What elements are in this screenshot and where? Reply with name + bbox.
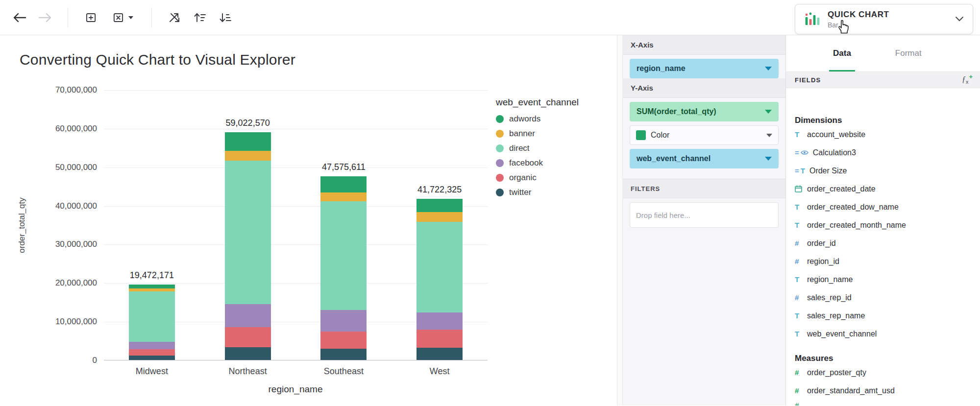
bar-segment-organic-southeast[interactable] <box>320 332 367 349</box>
swap-axes-button[interactable] <box>162 5 187 30</box>
dropdown-caret-icon[interactable] <box>765 157 772 161</box>
bar-segment-banner-midwest[interactable] <box>129 288 175 291</box>
toolbar: QUICK CHART Bar <box>0 0 980 35</box>
field-item-sales_rep_name[interactable]: Tsales_rep_name <box>795 307 980 325</box>
field-item-order_created_month_name[interactable]: Torder_created_month_name <box>795 216 980 234</box>
bar-segment-direct-northeast[interactable] <box>225 161 271 304</box>
bar-segment-twitter-west[interactable] <box>416 348 463 360</box>
bar-total-label: 59,022,570 <box>226 118 270 128</box>
field-item-sales_rep_id[interactable]: #sales_rep_id <box>795 288 980 307</box>
x-axis-field-pill[interactable]: region_name <box>630 59 779 78</box>
bar-segment-facebook-northeast[interactable] <box>225 304 271 327</box>
x-axis-tick-label: Northeast <box>229 366 267 377</box>
bar-segment-adwords-midwest[interactable] <box>129 285 175 288</box>
y-axis-tick-label: 70,000,000 <box>55 85 97 95</box>
bar-segment-banner-southeast[interactable] <box>320 192 367 201</box>
x-axis-title: region_name <box>269 384 323 395</box>
field-item-account_website[interactable]: Taccount_website <box>795 125 980 143</box>
vertical-scrollbar[interactable] <box>617 35 623 406</box>
y-axis-section-header: Y-Axis <box>623 78 785 98</box>
tab-format[interactable]: Format <box>894 35 923 72</box>
y-axis-field-pill[interactable]: SUM(order_total_qty) <box>630 102 779 121</box>
y-axis-field-label: SUM(order_total_qty) <box>637 107 716 116</box>
legend-item-facebook[interactable]: facebook <box>496 156 579 170</box>
chart-type-label: QUICK CHART <box>828 10 889 20</box>
chart-type-selector[interactable]: QUICK CHART Bar <box>795 4 973 34</box>
swap-axes-icon <box>168 11 181 24</box>
filter-drop-zone[interactable]: Drop field here... <box>630 202 779 228</box>
field-item-order_created_dow_name[interactable]: Torder_created_dow_name <box>795 198 980 216</box>
x-axis-field-label: region_name <box>637 64 686 73</box>
add-calculation-icon[interactable]: ƒx+ <box>962 75 972 85</box>
dropdown-caret-icon[interactable] <box>765 110 772 114</box>
field-item-web_event_channel[interactable]: Tweb_event_channel <box>795 325 980 343</box>
x-axis-tick-label: Midwest <box>136 366 168 377</box>
number-field-icon: # <box>795 239 803 247</box>
field-item-Order Size[interactable]: =TOrder Size <box>795 162 980 180</box>
dropdown-caret-icon[interactable] <box>765 67 772 71</box>
legend-item-adwords[interactable]: adwords <box>496 112 579 126</box>
bar-segment-organic-northeast[interactable] <box>225 327 271 347</box>
bar-segment-adwords-southeast[interactable] <box>320 176 367 192</box>
bar-segment-facebook-southeast[interactable] <box>320 310 367 332</box>
legend-item-twitter[interactable]: twitter <box>496 185 579 200</box>
field-item[interactable]: # <box>795 396 980 406</box>
add-chart-button[interactable] <box>78 5 103 30</box>
sort-ascending-button[interactable] <box>187 5 213 30</box>
bar-segment-organic-midwest[interactable] <box>129 349 175 356</box>
color-encoding-row[interactable]: Color <box>630 125 779 145</box>
field-label: order_created_dow_name <box>807 203 899 212</box>
bar-segment-adwords-west[interactable] <box>416 199 463 212</box>
field-label: region_id <box>807 257 839 266</box>
filters-section-header: FILTERS <box>623 179 785 198</box>
legend-dot <box>496 174 504 182</box>
chevron-down-icon[interactable] <box>766 134 772 137</box>
bar-segment-organic-west[interactable] <box>416 330 463 348</box>
remove-chart-button[interactable] <box>103 5 142 30</box>
bar-segment-twitter-southeast[interactable] <box>320 349 367 360</box>
bar-segment-twitter-midwest[interactable] <box>129 356 175 360</box>
chevron-down-icon[interactable] <box>955 16 964 22</box>
bar-segment-adwords-northeast[interactable] <box>225 132 271 151</box>
drop-zone-placeholder: Drop field here... <box>636 211 690 219</box>
bar-segment-facebook-midwest[interactable] <box>129 342 175 349</box>
field-item-region_id[interactable]: #region_id <box>795 252 980 270</box>
bar-segment-direct-west[interactable] <box>416 222 463 312</box>
sort-descending-icon <box>219 11 232 24</box>
bar-segment-direct-midwest[interactable] <box>129 291 175 342</box>
measure-field-icon: # <box>795 368 803 377</box>
forward-button[interactable] <box>32 5 58 30</box>
bar-segment-banner-west[interactable] <box>416 212 463 222</box>
legend-item-organic[interactable]: organic <box>496 170 579 185</box>
sort-descending-button[interactable] <box>213 5 238 30</box>
bar-segment-twitter-northeast[interactable] <box>225 347 271 360</box>
measures-section-title: Measures <box>795 354 980 363</box>
field-item-region_name[interactable]: Tregion_name <box>795 270 980 288</box>
measure-field-icon: # <box>795 386 803 395</box>
legend-item-banner[interactable]: banner <box>496 126 579 141</box>
legend-dot <box>496 159 504 167</box>
fields-list: Dimensions Taccount_website=Calculation3… <box>786 88 980 406</box>
tab-format-label: Format <box>895 48 922 58</box>
color-field-pill[interactable]: web_event_channel <box>630 149 779 168</box>
x-axis-header-label: X-Axis <box>631 41 654 49</box>
tab-data[interactable]: Data <box>832 35 852 72</box>
legend-item-direct[interactable]: direct <box>496 141 579 156</box>
text-field-icon: T <box>795 330 803 338</box>
field-item-Calculation3[interactable]: =Calculation3 <box>795 143 980 162</box>
field-item-order_poster_qty[interactable]: #order_poster_qty <box>795 363 980 382</box>
bar-segment-direct-southeast[interactable] <box>320 201 367 310</box>
back-button[interactable] <box>7 5 32 30</box>
legend-label: facebook <box>509 158 543 168</box>
field-item-order_id[interactable]: #order_id <box>795 234 980 252</box>
chart-canvas: Converting Quick Chart to Visual Explore… <box>0 35 617 406</box>
y-axis-tick-label: 50,000,000 <box>55 163 97 172</box>
field-label: web_event_channel <box>807 330 877 338</box>
text-field-icon: T <box>795 221 803 229</box>
field-label: order_created_date <box>807 185 876 193</box>
field-item-order_created_date[interactable]: order_created_date <box>795 180 980 198</box>
bar-segment-facebook-west[interactable] <box>416 312 463 330</box>
y-axis-tick-label: 40,000,000 <box>55 201 97 211</box>
legend: web_event_channel adwordsbannerdirectfac… <box>496 97 579 200</box>
bar-segment-banner-northeast[interactable] <box>225 151 271 161</box>
